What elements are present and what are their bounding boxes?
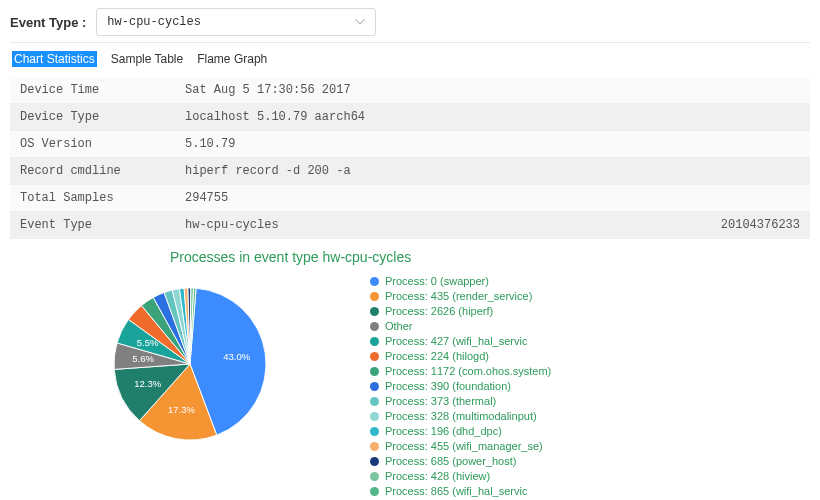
legend-swatch bbox=[370, 457, 379, 466]
info-label: Total Samples bbox=[10, 185, 175, 212]
legend-label: Process: 455 (wifi_manager_se) bbox=[385, 440, 543, 452]
legend-item[interactable]: Process: 196 (dhd_dpc) bbox=[370, 425, 810, 437]
legend-item[interactable]: Process: 0 (swapper) bbox=[370, 275, 810, 287]
legend-item[interactable]: Process: 328 (multimodalinput) bbox=[370, 410, 810, 422]
info-value: Sat Aug 5 17:30:56 2017 bbox=[175, 77, 700, 104]
info-label: OS Version bbox=[10, 131, 175, 158]
legend-swatch bbox=[370, 472, 379, 481]
table-row: Record cmdlinehiperf record -d 200 -a bbox=[10, 158, 810, 185]
legend-label: Process: 2626 (hiperf) bbox=[385, 305, 493, 317]
info-number bbox=[700, 77, 810, 104]
legend-swatch bbox=[370, 292, 379, 301]
legend-swatch bbox=[370, 337, 379, 346]
legend-label: Process: 390 (foundation) bbox=[385, 380, 511, 392]
legend-item[interactable]: Process: 685 (power_host) bbox=[370, 455, 810, 467]
legend-label: Process: 224 (hilogd) bbox=[385, 350, 489, 362]
legend-item[interactable]: Process: 455 (wifi_manager_se) bbox=[370, 440, 810, 452]
slice-label: 5.6% bbox=[132, 353, 154, 364]
legend-label: Process: 435 (render_service) bbox=[385, 290, 532, 302]
legend-label: Process: 428 (hiview) bbox=[385, 470, 490, 482]
info-number bbox=[700, 158, 810, 185]
info-value: 5.10.79 bbox=[175, 131, 700, 158]
legend-label: Other bbox=[385, 320, 413, 332]
legend-item[interactable]: Process: 428 (hiview) bbox=[370, 470, 810, 482]
legend-item[interactable]: Process: 224 (hilogd) bbox=[370, 350, 810, 362]
legend-item[interactable]: Process: 2626 (hiperf) bbox=[370, 305, 810, 317]
legend-item[interactable]: Process: 865 (wifi_hal_servic bbox=[370, 485, 810, 497]
legend-item[interactable]: Process: 1172 (com.ohos.system) bbox=[370, 365, 810, 377]
tab-sample-table[interactable]: Sample Table bbox=[111, 52, 184, 66]
info-label: Device Time bbox=[10, 77, 175, 104]
tab-flame-graph[interactable]: Flame Graph bbox=[197, 52, 267, 66]
event-type-select[interactable]: hw-cpu-cycles bbox=[96, 8, 376, 36]
info-label: Event Type bbox=[10, 212, 175, 239]
legend-swatch bbox=[370, 277, 379, 286]
legend-label: Process: 196 (dhd_dpc) bbox=[385, 425, 502, 437]
table-row: Device TimeSat Aug 5 17:30:56 2017 bbox=[10, 77, 810, 104]
legend-swatch bbox=[370, 427, 379, 436]
chevron-down-icon bbox=[355, 19, 365, 25]
info-label: Device Type bbox=[10, 104, 175, 131]
info-value: hiperf record -d 200 -a bbox=[175, 158, 700, 185]
chart-legend: Process: 0 (swapper)Process: 435 (render… bbox=[370, 269, 810, 500]
info-number bbox=[700, 131, 810, 158]
info-value: 294755 bbox=[175, 185, 700, 212]
event-type-selected-value: hw-cpu-cycles bbox=[107, 15, 201, 29]
legend-item[interactable]: Process: 373 (thermal) bbox=[370, 395, 810, 407]
legend-label: Process: 328 (multimodalinput) bbox=[385, 410, 537, 422]
legend-swatch bbox=[370, 367, 379, 376]
info-label: Record cmdline bbox=[10, 158, 175, 185]
info-number bbox=[700, 104, 810, 131]
divider bbox=[10, 42, 810, 43]
info-number: 20104376233 bbox=[700, 212, 810, 239]
legend-swatch bbox=[370, 412, 379, 421]
legend-item[interactable]: Other bbox=[370, 320, 810, 332]
slice-label: 43.0% bbox=[223, 351, 250, 362]
legend-swatch bbox=[370, 382, 379, 391]
slice-label: 12.3% bbox=[134, 378, 161, 389]
legend-label: Process: 865 (wifi_hal_servic bbox=[385, 485, 527, 497]
legend-label: Process: 1172 (com.ohos.system) bbox=[385, 365, 551, 377]
legend-label: Process: 373 (thermal) bbox=[385, 395, 496, 407]
tab-bar: Chart StatisticsSample TableFlame Graph bbox=[12, 51, 810, 67]
legend-item[interactable]: Process: 390 (foundation) bbox=[370, 380, 810, 392]
table-row: Total Samples294755 bbox=[10, 185, 810, 212]
legend-swatch bbox=[370, 307, 379, 316]
legend-label: Process: 0 (swapper) bbox=[385, 275, 489, 287]
info-value: localhost 5.10.79 aarch64 bbox=[175, 104, 700, 131]
table-row: OS Version5.10.79 bbox=[10, 131, 810, 158]
tab-chart-statistics[interactable]: Chart Statistics bbox=[12, 51, 97, 67]
legend-label: Process: 685 (power_host) bbox=[385, 455, 516, 467]
info-table: Device TimeSat Aug 5 17:30:56 2017Device… bbox=[10, 77, 810, 239]
legend-swatch bbox=[370, 442, 379, 451]
table-row: Device Typelocalhost 5.10.79 aarch64 bbox=[10, 104, 810, 131]
event-type-label: Event Type : bbox=[10, 15, 86, 30]
legend-swatch bbox=[370, 397, 379, 406]
chart-title: Processes in event type hw-cpu-cycles bbox=[170, 249, 810, 265]
legend-swatch bbox=[370, 322, 379, 331]
legend-swatch bbox=[370, 352, 379, 361]
legend-label: Process: 427 (wifi_hal_servic bbox=[385, 335, 527, 347]
slice-label: 17.3% bbox=[168, 404, 195, 415]
legend-item[interactable]: Process: 427 (wifi_hal_servic bbox=[370, 335, 810, 347]
table-row: Event Typehw-cpu-cycles20104376233 bbox=[10, 212, 810, 239]
legend-item[interactable]: Process: 435 (render_service) bbox=[370, 290, 810, 302]
pie-chart: 43.0%17.3%12.3%5.6%5.5% bbox=[10, 269, 370, 500]
legend-swatch bbox=[370, 487, 379, 496]
info-value: hw-cpu-cycles bbox=[175, 212, 700, 239]
info-number bbox=[700, 185, 810, 212]
